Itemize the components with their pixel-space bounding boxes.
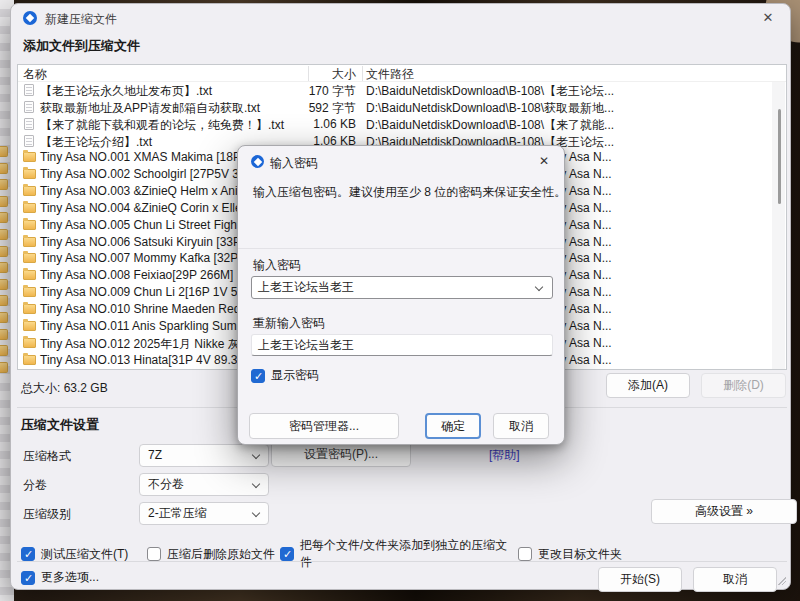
column-path[interactable]: 文件路径 [366, 66, 414, 83]
folder-icon [0, 345, 8, 356]
file-name: Tiny Asa NO.007 Mommy Kafka [32P8V [40, 251, 253, 265]
folder-icon [0, 179, 8, 190]
ok-button[interactable]: 确定 [425, 413, 481, 439]
checkbox-icon[interactable] [518, 547, 532, 561]
table-row[interactable]: 【老王论坛永久地址发布页】.txt 170 字节 D:\BaiduNetdisk… [18, 82, 771, 99]
divider [17, 561, 787, 562]
setting-dropdown[interactable]: 2-正常压缩 [139, 502, 269, 525]
column-size[interactable]: 大小 [268, 66, 356, 83]
checkbox-icon[interactable] [251, 369, 265, 383]
setting-label: 分卷 [23, 477, 47, 494]
setting-value: 不分卷 [148, 477, 184, 491]
resize-grip-icon[interactable] [777, 576, 786, 585]
setting-value: 7Z [148, 448, 162, 462]
folder-icon [0, 279, 8, 290]
setting-row: 压缩级别 2-正常压缩 [21, 502, 281, 531]
file-name: Tiny Asa NO.012 2025年1月 Nikke 灰姑 [40, 336, 252, 353]
scrollbar-thumb[interactable] [778, 109, 781, 204]
folder-icon [23, 355, 36, 365]
file-name: Tiny Asa NO.005 Chun Li Street Fighter [40, 218, 251, 232]
add-button[interactable]: 添加(A) [606, 373, 690, 398]
file-name: Tiny Asa NO.010 Shrine Maeden Red N [40, 302, 252, 316]
chevron-down-icon[interactable] [535, 283, 543, 291]
folder-icon [23, 338, 36, 348]
advanced-settings-button[interactable]: 高级设置 » [651, 499, 797, 524]
titlebar: 新建压缩文件 ✕ [11, 4, 790, 32]
start-button[interactable]: 开始(S) [598, 567, 682, 592]
confirm-password-label: 重新输入密码 [253, 315, 325, 332]
file-path: D:\BaiduNetdiskDownload\B-108\【老王论坛... [366, 83, 614, 100]
folder-icon [0, 329, 8, 340]
setting-dropdown[interactable]: 7Z [139, 444, 269, 467]
confirm-password-value: 上老王论坛当老王 [258, 338, 354, 352]
enter-password-dialog: 输入密码 ✕ 输入压缩包密码。建议使用至少 8 位的密码来保证安全性。 输入密码… [237, 145, 565, 445]
txt-file-icon [24, 84, 34, 96]
setting-dropdown[interactable]: 不分卷 [139, 473, 269, 496]
chevron-down-icon[interactable] [252, 509, 260, 517]
cancel-button[interactable]: 取消 [693, 567, 777, 592]
setting-label: 压缩级别 [23, 506, 71, 523]
table-row[interactable]: 获取最新地址及APP请发邮箱自动获取.txt 592 字节 D:\BaiduNe… [18, 99, 771, 116]
folder-icon [0, 212, 8, 223]
folder-icon [0, 246, 8, 257]
checkbox-icon[interactable] [21, 547, 35, 561]
folder-icon [0, 196, 8, 207]
checkbox-label: 把每个文件/文件夹添加到独立的压缩文件 [300, 537, 518, 571]
column-name[interactable]: 名称 [23, 66, 47, 83]
checkbox-label: 测试压缩文件(T) [41, 546, 128, 563]
archive-settings-fields: 压缩格式 7Z 分卷 不分卷 压缩级别 2-正常压缩 [21, 444, 281, 531]
table-row[interactable]: 【来了就能下载和观看的论坛，纯免费！】.txt 1.06 KB D:\Baidu… [18, 116, 771, 133]
folder-icon [23, 152, 36, 162]
checkbox-icon[interactable] [21, 571, 35, 585]
option-checkbox[interactable]: 测试压缩文件(T) [21, 546, 147, 563]
list-header[interactable]: 名称 大小 文件路径 [18, 65, 786, 82]
checkbox-icon[interactable] [280, 547, 294, 561]
option-checkbox[interactable]: 压缩后删除原始文件 [147, 546, 280, 563]
option-checkbox[interactable]: 把每个文件/文件夹添加到独立的压缩文件 [280, 537, 518, 571]
password-manager-button[interactable]: 密码管理器... [249, 413, 399, 439]
chevron-down-icon[interactable] [252, 480, 260, 488]
txt-file-icon [24, 101, 34, 113]
file-name: 【来了就能下载和观看的论坛，纯免费！】.txt [40, 117, 284, 134]
dialog-cancel-button[interactable]: 取消 [493, 413, 549, 439]
show-password-checkbox[interactable]: 显示密码 [251, 367, 319, 384]
password-label: 输入密码 [253, 257, 301, 274]
checkbox-label: 更改目标文件夹 [538, 546, 622, 563]
column-divider[interactable] [308, 66, 309, 81]
txt-file-icon [24, 135, 34, 147]
folder-icon [23, 321, 36, 331]
folder-icon [0, 262, 8, 273]
file-name: Tiny Asa NO.009 Chun Li 2[16P 1V 518 [40, 285, 251, 299]
checkbox-label: 压缩后删除原始文件 [167, 546, 275, 563]
option-checkbox[interactable]: 更改目标文件夹 [518, 546, 622, 563]
folder-icon [0, 295, 8, 306]
file-name: 【老王论坛永久地址发布页】.txt [40, 83, 212, 100]
total-size-label: 总大小: 63.2 GB [21, 380, 108, 397]
confirm-password-input[interactable]: 上老王论坛当老王 [251, 334, 553, 356]
help-link[interactable]: [帮助] [489, 447, 520, 464]
bandizip-logo-icon [23, 11, 37, 25]
file-name: Tiny Asa NO.002 Schoolgirl [27P5V 356 [40, 167, 252, 181]
more-options-label: 更多选项... [41, 569, 99, 586]
more-options-checkbox[interactable]: 更多选项... [21, 569, 99, 586]
folder-icon [23, 287, 36, 297]
file-size: 592 字节 [268, 100, 356, 117]
column-divider[interactable] [362, 66, 363, 81]
show-password-label: 显示密码 [271, 367, 319, 384]
password-input[interactable]: 上老王论坛当老王 [251, 276, 553, 299]
file-path: D:\BaiduNetdiskDownload\B-108\获取最新地... [366, 100, 614, 117]
folder-icon [23, 220, 36, 230]
checkbox-icon[interactable] [147, 547, 161, 561]
close-icon[interactable]: ✕ [536, 153, 552, 169]
file-name: Tiny Asa NO.013 Hinata[31P 4V 89.3M] [40, 353, 251, 367]
folder-icon [23, 253, 36, 263]
divider [238, 248, 564, 249]
close-icon[interactable]: ✕ [759, 9, 777, 27]
file-path: D:\BaiduNetdiskDownload\B-108\【来了就能... [366, 117, 614, 134]
setting-row: 分卷 不分卷 [21, 473, 281, 502]
folder-icon [0, 146, 8, 157]
vertical-scrollbar[interactable] [772, 82, 785, 369]
file-name: 获取最新地址及APP请发邮箱自动获取.txt [40, 100, 260, 117]
chevron-down-icon[interactable] [252, 451, 260, 459]
dialog-title: 输入密码 [270, 155, 318, 172]
